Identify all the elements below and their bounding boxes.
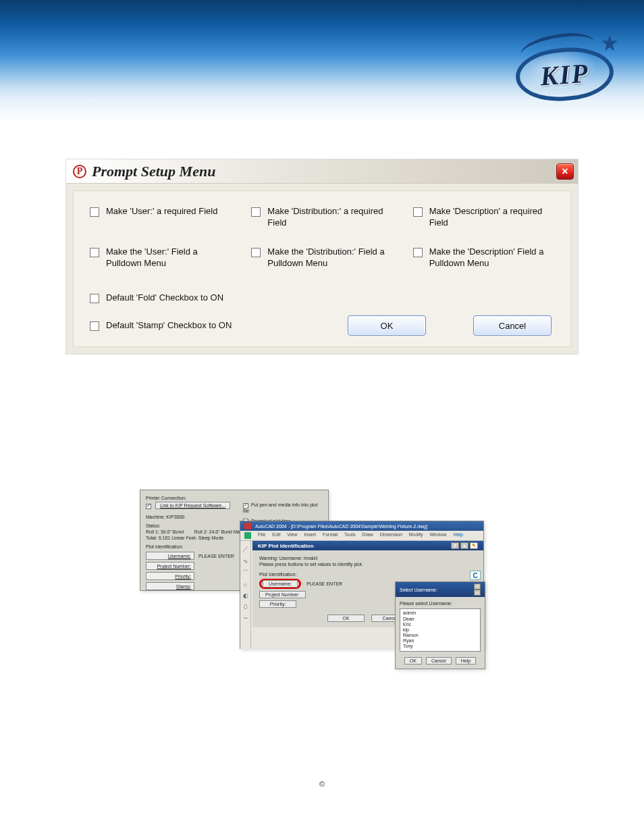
roll1-value: Roll 1: 36.0" Bond <box>146 529 184 534</box>
username-button-b[interactable]: Username: <box>263 580 298 588</box>
stamp-button-a[interactable]: Stamp: <box>146 582 194 590</box>
username-listbox[interactable]: admin Dean Eric kip Ramon Ryan Tony <box>400 608 481 652</box>
select-username-dialog: Select Username: ? × Please select Usern… <box>395 581 485 669</box>
corner-c-icon: C <box>470 571 481 580</box>
cancel-button[interactable]: Cancel <box>473 315 552 336</box>
autocad-menubar[interactable]: File Edit View Insert Format Tools Draw … <box>240 531 483 541</box>
priority-button-b[interactable]: Priority: <box>259 600 296 608</box>
list-item[interactable]: Ramon <box>403 633 477 638</box>
username-button-a[interactable]: Username: <box>146 552 194 560</box>
menu-file[interactable]: File <box>258 532 265 539</box>
dialog-title: Prompt Setup Menu <box>92 163 556 180</box>
checkbox-link-request[interactable] <box>146 504 151 509</box>
tool-icon[interactable]: ⌒ <box>242 569 248 577</box>
kip-logo: KIP <box>516 37 614 101</box>
project-number-button-a[interactable]: Project Number: <box>146 562 194 570</box>
checkbox-label: Make the 'Description' Field a Pulldown … <box>429 246 554 269</box>
warning-line2: Please press buttons to set values to id… <box>259 562 477 568</box>
logo-star-icon <box>600 34 619 53</box>
ok-button[interactable]: OK <box>348 315 426 336</box>
checkbox-label: Make the 'Distribution:' Field a Pulldow… <box>267 246 392 269</box>
username-value-b: PLEASE ENTER <box>306 581 342 586</box>
checkbox-label: Default 'Stamp' Checkbox to ON <box>106 320 232 332</box>
checkbox-label: Make 'Distribution:' a required Field <box>267 206 392 229</box>
help-icon[interactable]: ? <box>474 583 481 590</box>
select-username-prompt: Please select Username: <box>400 601 481 606</box>
list-item[interactable]: Tony <box>403 644 477 649</box>
menu-insert[interactable]: Insert <box>304 532 316 539</box>
checkbox-icon <box>413 248 423 257</box>
plotid-title-text: KIP Plot Identification <box>258 543 314 549</box>
checkbox-distribution-pulldown[interactable]: Make the 'Distribution:' Field a Pulldow… <box>251 246 392 269</box>
checkbox-distribution-required[interactable]: Make 'Distribution:' a required Field <box>251 206 392 229</box>
tool-icon[interactable]: ◐ <box>243 592 248 599</box>
svg-marker-0 <box>601 35 617 51</box>
select-username-cancel-button[interactable]: Cancel <box>426 657 452 664</box>
menu-tools[interactable]: Tools <box>344 532 355 539</box>
checkbox-put-pen[interactable] <box>243 503 248 509</box>
plotid-group-label: Plot Identification: <box>259 572 477 577</box>
menu-dimension[interactable]: Dimension <box>380 532 402 539</box>
group-printer-connection: Printer Connection: <box>146 496 323 500</box>
close-button[interactable]: × <box>556 163 574 180</box>
priority-button-a[interactable]: Priority: <box>146 572 194 580</box>
help-icon[interactable]: ? <box>451 542 459 549</box>
list-item[interactable]: admin <box>403 610 477 616</box>
menu-edit[interactable]: Edit <box>272 532 280 539</box>
menu-help[interactable]: Help <box>453 532 462 539</box>
checkbox-label: Make 'Description' a required Field <box>429 206 554 229</box>
label-put-pen: Put pen and media info into plot file <box>243 502 317 513</box>
project-number-button-b[interactable]: Project Number: <box>259 591 306 598</box>
machine-label: Machine: <box>146 515 165 519</box>
checkbox-icon <box>413 207 423 217</box>
tool-icon[interactable]: ⬯ <box>244 603 248 610</box>
checkbox-icon <box>90 321 99 331</box>
dialog-titlebar: P Prompt Setup Menu × <box>66 159 578 184</box>
tool-icon[interactable]: ∿ <box>243 558 248 565</box>
autocad-titlebar: AutoCAD 2004 - [D:\Program Files\AutoCAD… <box>240 521 483 531</box>
checkbox-stamp-default[interactable]: Default 'Stamp' Checkbox to ON <box>90 320 252 332</box>
menu-modify[interactable]: Modify <box>409 532 423 539</box>
list-item[interactable]: Ryan <box>403 638 477 644</box>
prompt-setup-dialog: P Prompt Setup Menu × Make 'User:' a req… <box>65 159 579 355</box>
checkbox-description-required[interactable]: Make 'Description' a required Field <box>413 206 554 229</box>
menu-format[interactable]: Format <box>323 532 338 539</box>
list-item[interactable]: kip <box>403 627 477 633</box>
plotid-ok-button[interactable]: OK <box>327 615 365 622</box>
list-item[interactable]: Dean <box>403 617 477 622</box>
acad-sys-icon[interactable] <box>244 532 251 539</box>
checkbox-icon <box>90 294 99 303</box>
link-kip-request-button[interactable]: Link to KIP Request Software... <box>155 502 230 509</box>
logo-text: KIP <box>539 57 591 92</box>
menu-window[interactable]: Window <box>429 532 446 539</box>
checkbox-description-pulldown[interactable]: Make the 'Description' Field a Pulldown … <box>413 246 554 269</box>
menu-view[interactable]: View <box>287 532 297 539</box>
menu-draw[interactable]: Draw <box>362 532 373 539</box>
tool-icon[interactable]: ○ <box>244 581 247 588</box>
select-username-ok-button[interactable]: OK <box>404 657 422 664</box>
highlight-circle: Username: <box>259 579 301 589</box>
checkbox-user-required[interactable]: Make 'User:' a required Field <box>90 206 231 229</box>
copyright-text: © <box>0 780 644 815</box>
checkbox-icon <box>90 207 99 217</box>
list-item[interactable]: Eric <box>403 622 477 627</box>
tool-icon[interactable]: ／ <box>242 545 248 554</box>
close-icon[interactable]: × <box>460 542 468 549</box>
machine-value: KIP3000 <box>166 515 184 519</box>
checkbox-fold-default[interactable]: Default 'Fold' Checkbox to ON <box>90 292 275 304</box>
checkbox-icon <box>251 207 261 217</box>
checkbox-user-pulldown[interactable]: Make the 'User:' Field a Pulldown Menu <box>90 246 231 269</box>
close-icon: × <box>562 165 568 178</box>
select-username-help-button[interactable]: Help <box>456 657 476 664</box>
select-username-title: Select Username: <box>400 588 437 592</box>
roll2-value: Roll 2: 24.0" Bond Med <box>194 529 243 534</box>
button-label: OK <box>381 321 394 331</box>
warning-line1: Warning: Username: Invalid <box>259 556 477 562</box>
autocad-title-text: AutoCAD 2004 - [D:\Program Files\AutoCAD… <box>255 524 427 529</box>
button-label: Cancel <box>499 321 526 331</box>
username-value-a: PLEASE ENTER <box>198 552 234 560</box>
anchor-icon[interactable]: ✎ <box>470 542 478 549</box>
close-icon[interactable]: × <box>474 590 481 596</box>
tool-icon[interactable]: ∼ <box>243 615 248 621</box>
autocad-app-icon <box>244 523 251 529</box>
